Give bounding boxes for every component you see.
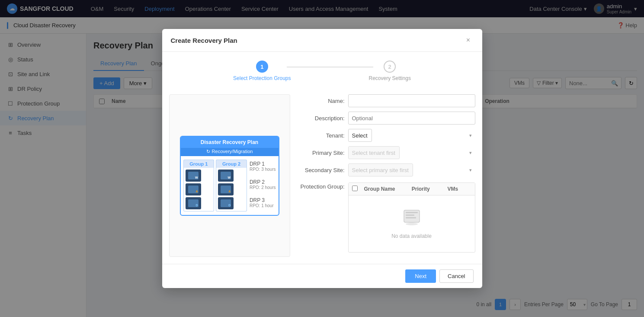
modal-close-button[interactable]: × bbox=[463, 35, 474, 45]
modal: Create Recovery Plan × 1 Select Protecti… bbox=[162, 29, 482, 288]
drp-group-1: Group 1 W A bbox=[183, 160, 215, 211]
primary-site-select-wrapper: Select tenant first ▾ bbox=[348, 146, 475, 159]
description-label: Description: bbox=[297, 115, 345, 122]
svg-rect-2 bbox=[406, 215, 414, 216]
vm-icon-g1-2: A bbox=[186, 183, 201, 195]
pg-col-vms: VMs bbox=[447, 186, 471, 192]
drp-item-3: DRP 3 RPO: 1 hour bbox=[250, 197, 276, 208]
primary-site-arrow-icon: ▾ bbox=[469, 150, 472, 156]
pg-col-priority: Priority bbox=[412, 186, 448, 192]
vm-inner-g2-3: D bbox=[221, 199, 231, 207]
step-2-label: Recovery Settings bbox=[369, 75, 411, 81]
drp-group-2-header: Group 2 bbox=[216, 160, 247, 168]
drp-labels: DRP 1 RPO: 3 hours DRP 2 RPO: 2 hours DR… bbox=[250, 160, 276, 211]
step-2: 2 Recovery Settings bbox=[369, 61, 411, 81]
drp-3-label: DRP 3 bbox=[250, 197, 276, 203]
vm-inner-g1-2: A bbox=[188, 186, 199, 193]
drp-1-rpo: RPO: 3 hours bbox=[250, 167, 276, 172]
form-row-primary-site: Primary Site: Select tenant first ▾ bbox=[297, 146, 475, 159]
tenant-label: Tenant: bbox=[297, 132, 345, 139]
protection-group-label: Protection Group: bbox=[297, 181, 345, 190]
svg-rect-1 bbox=[406, 212, 418, 213]
secondary-site-select[interactable]: Select primary site first bbox=[348, 163, 413, 176]
drp-box: Disaster Recovery Plan ↻ Recovery/Migrat… bbox=[180, 136, 279, 216]
vm-icon-g2-3: D bbox=[218, 197, 234, 209]
step-connector bbox=[287, 67, 373, 67]
step-2-circle: 2 bbox=[384, 61, 396, 73]
drp-header: Disaster Recovery Plan bbox=[181, 137, 279, 148]
drp-3-rpo: RPO: 1 hour bbox=[250, 203, 276, 208]
drp-group-2: Group 2 W A bbox=[216, 160, 247, 211]
modal-title: Create Recovery Plan bbox=[171, 37, 237, 44]
name-input[interactable] bbox=[348, 94, 475, 107]
diagram-panel: Disaster Recovery Plan ↻ Recovery/Migrat… bbox=[169, 94, 290, 257]
drp-content: Group 1 W A bbox=[181, 156, 279, 215]
secondary-site-arrow-icon: ▾ bbox=[469, 167, 472, 173]
secondary-site-label: Secondary Site: bbox=[297, 167, 345, 173]
modal-overlay[interactable]: Create Recovery Plan × 1 Select Protecti… bbox=[0, 0, 644, 317]
pg-col-name: Group Name bbox=[364, 186, 412, 192]
modal-header: Create Recovery Plan × bbox=[162, 29, 482, 52]
step-1: 1 Select Protection Groups bbox=[233, 61, 291, 81]
step-1-circle: 1 bbox=[256, 61, 268, 73]
primary-site-select[interactable]: Select tenant first bbox=[348, 146, 400, 159]
pg-col-check bbox=[352, 186, 364, 192]
form-row-description: Description: bbox=[297, 112, 475, 125]
drp-1-label: DRP 1 bbox=[250, 161, 276, 167]
steps-bar: 1 Select Protection Groups 2 Recovery Se… bbox=[162, 52, 482, 87]
form-row-protection-group: Protection Group: Group Name Priority VM… bbox=[297, 181, 475, 253]
recovery-migration-icon: ↻ bbox=[206, 149, 210, 154]
name-label: Name: bbox=[297, 98, 345, 104]
form-row-name: Name: bbox=[297, 94, 475, 107]
vm-inner-g2-2: A bbox=[221, 186, 231, 193]
vm-inner-g2-1: W bbox=[221, 172, 231, 179]
next-button[interactable]: Next bbox=[405, 269, 436, 283]
form-row-secondary-site: Secondary Site: Select primary site firs… bbox=[297, 163, 475, 176]
pg-select-all-checkbox[interactable] bbox=[352, 186, 358, 191]
vm-icon-g2-1: W bbox=[218, 170, 234, 182]
svg-rect-3 bbox=[406, 217, 416, 218]
drp-item-1: DRP 1 RPO: 3 hours bbox=[250, 161, 276, 172]
drp-2-label: DRP 2 bbox=[250, 179, 276, 185]
drp-group-1-items: W A bbox=[183, 168, 215, 211]
recovery-migration-label: Recovery/Migration bbox=[212, 149, 253, 154]
pg-table-header: Group Name Priority VMs bbox=[349, 183, 475, 195]
vm-inner-g1-3: D bbox=[188, 199, 199, 207]
no-data-text: No data available bbox=[391, 233, 432, 239]
cancel-button[interactable]: Cancel bbox=[439, 269, 473, 283]
drp-item-2: DRP 2 RPO: 2 hours bbox=[250, 179, 276, 190]
svg-point-4 bbox=[406, 223, 418, 225]
tenant-select[interactable]: Select bbox=[348, 129, 372, 142]
drp-2-rpo: RPO: 2 hours bbox=[250, 185, 276, 190]
step-1-label: Select Protection Groups bbox=[233, 75, 291, 81]
pg-table: Group Name Priority VMs bbox=[348, 183, 475, 253]
form-row-tenant: Tenant: Select ▾ bbox=[297, 129, 475, 142]
vm-inner-g1-1: W bbox=[188, 172, 199, 179]
drp-groups: Group 1 W A bbox=[183, 160, 247, 211]
drp-group-2-items: W A bbox=[216, 168, 247, 211]
modal-footer: Next Cancel bbox=[162, 264, 482, 288]
no-data-icon bbox=[401, 208, 422, 230]
drp-sub: ↻ Recovery/Migration bbox=[181, 148, 279, 156]
vm-icon-g1-1: W bbox=[186, 170, 201, 182]
tenant-select-wrapper: Select ▾ bbox=[348, 129, 475, 142]
vm-icon-g1-3: D bbox=[186, 197, 201, 209]
vm-icon-g2-2: A bbox=[218, 183, 234, 195]
primary-site-label: Primary Site: bbox=[297, 150, 345, 156]
drp-group-1-header: Group 1 bbox=[183, 160, 215, 168]
secondary-site-select-wrapper: Select primary site first ▾ bbox=[348, 163, 475, 176]
pg-empty: No data available bbox=[349, 195, 475, 252]
modal-body: Disaster Recovery Plan ↻ Recovery/Migrat… bbox=[162, 87, 482, 264]
description-input[interactable] bbox=[348, 112, 475, 125]
pg-section: Group Name Priority VMs bbox=[348, 181, 475, 253]
tenant-arrow-icon: ▾ bbox=[469, 133, 472, 138]
form-panel: Name: Description: Tenant: Select ▾ bbox=[297, 94, 475, 257]
